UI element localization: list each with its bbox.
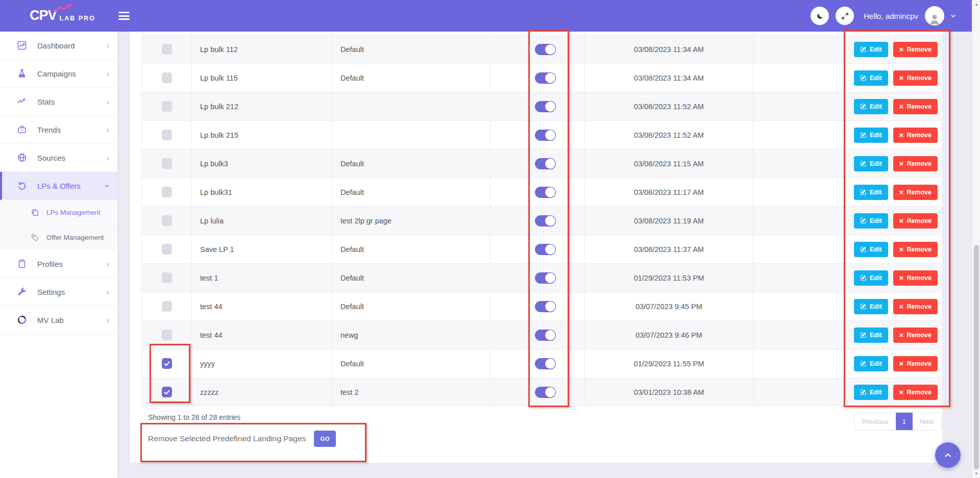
remove-button[interactable]: × Remove xyxy=(893,156,938,171)
active-toggle[interactable] xyxy=(535,101,556,112)
row-checkbox[interactable] xyxy=(162,301,172,312)
remove-button[interactable]: × Remove xyxy=(893,42,938,57)
pagination-next[interactable]: Next xyxy=(913,413,941,430)
remove-x-icon: × xyxy=(899,388,904,396)
active-toggle[interactable] xyxy=(535,301,556,312)
lp-created-date: 01/29/2023 11:53 PM xyxy=(585,264,753,292)
remove-button[interactable]: × Remove xyxy=(893,356,938,371)
sidebar-item-trends[interactable]: Trends › xyxy=(0,116,117,144)
active-toggle[interactable] xyxy=(535,72,556,84)
remove-button[interactable]: × Remove xyxy=(893,299,938,314)
lp-created-date: 03/08/2023 11:37 AM xyxy=(585,235,753,263)
pagination-page-1[interactable]: 1 xyxy=(896,413,913,430)
edit-button[interactable]: Edit xyxy=(854,213,888,229)
row-checkbox[interactable] xyxy=(162,358,172,369)
row-checkbox[interactable] xyxy=(162,44,172,55)
active-toggle[interactable] xyxy=(535,158,556,169)
active-toggle[interactable] xyxy=(535,130,556,141)
user-menu-chevron-icon[interactable] xyxy=(950,13,957,19)
sidebar-item-dashboard[interactable]: Dashboard › xyxy=(0,32,117,60)
scroll-to-top-button[interactable] xyxy=(935,442,961,468)
sidebar-item-stats[interactable]: Stats › xyxy=(0,88,117,116)
edit-button[interactable]: Edit xyxy=(854,99,888,114)
edit-button[interactable]: Edit xyxy=(854,185,888,200)
remove-button[interactable]: × Remove xyxy=(893,242,938,257)
toggle-knob xyxy=(545,44,555,55)
table-row: Save LP 1 Default 03/08/2023 11:37 AM Ed… xyxy=(142,235,942,264)
active-toggle[interactable] xyxy=(535,215,556,227)
pagination: Previous 1 Next xyxy=(854,412,942,431)
moon-icon xyxy=(816,12,824,20)
lp-group: Default xyxy=(332,149,491,178)
remove-button[interactable]: × Remove xyxy=(893,70,938,86)
edit-button[interactable]: Edit xyxy=(854,70,888,86)
row-checkbox[interactable] xyxy=(162,387,172,397)
sidebar-toggle-button[interactable] xyxy=(118,11,131,21)
row-checkbox[interactable] xyxy=(162,187,172,197)
go-button[interactable]: GO xyxy=(314,431,336,447)
toggle-knob xyxy=(545,73,555,83)
row-checkbox[interactable] xyxy=(162,158,172,169)
row-checkbox[interactable] xyxy=(162,101,172,112)
active-toggle[interactable] xyxy=(535,330,556,341)
empty-cell xyxy=(753,149,843,178)
remove-button[interactable]: × Remove xyxy=(893,185,938,200)
row-checkbox[interactable] xyxy=(162,330,172,340)
scrollbar: ▲ ▼ xyxy=(972,0,980,478)
edit-button[interactable]: Edit xyxy=(854,385,888,400)
remove-button[interactable]: × Remove xyxy=(893,128,938,143)
row-checkbox[interactable] xyxy=(162,244,172,255)
table-row: Lp lulia test 2lp gr page 03/08/2023 11:… xyxy=(142,207,942,235)
active-toggle[interactable] xyxy=(535,387,556,398)
remove-button[interactable]: × Remove xyxy=(893,99,938,114)
row-checkbox[interactable] xyxy=(162,215,172,226)
fullscreen-button[interactable] xyxy=(836,7,854,25)
edit-button[interactable]: Edit xyxy=(854,356,888,371)
sidebar-item-profiles[interactable]: Profiles › xyxy=(0,250,117,278)
sidebar-item-lps-offers[interactable]: LPs & Offers › xyxy=(0,172,117,200)
edit-button[interactable]: Edit xyxy=(854,299,888,314)
active-toggle[interactable] xyxy=(535,187,556,198)
row-checkbox[interactable] xyxy=(162,130,172,140)
app-window: CPV LAB PRO Hello, admincpv xyxy=(0,0,980,478)
dark-mode-button[interactable] xyxy=(811,7,829,25)
edit-button[interactable]: Edit xyxy=(854,242,888,257)
table-row-partial xyxy=(142,32,942,35)
row-checkbox[interactable] xyxy=(162,72,172,83)
sidebar-item-settings[interactable]: Settings › xyxy=(0,278,117,306)
edit-button[interactable]: Edit xyxy=(854,270,888,286)
edit-button[interactable]: Edit xyxy=(854,128,888,143)
remove-button[interactable]: × Remove xyxy=(893,270,938,286)
active-toggle[interactable] xyxy=(535,358,556,369)
scrollbar-up-arrow[interactable]: ▲ xyxy=(972,2,980,7)
lp-created-date: 03/08/2023 11:52 AM xyxy=(585,121,753,149)
sidebar-item-label: Sources xyxy=(37,154,65,162)
remove-label: Remove xyxy=(906,217,932,224)
remove-x-icon: × xyxy=(899,360,904,367)
lp-created-date: 01/29/2023 11:55 PM xyxy=(585,349,753,378)
edit-button[interactable]: Edit xyxy=(854,328,888,343)
pagination-previous[interactable]: Previous xyxy=(854,413,896,430)
sidebar-item-campaigns[interactable]: Campaigns › xyxy=(0,60,117,88)
chevron-right-icon: › xyxy=(106,97,109,106)
remove-button[interactable]: × Remove xyxy=(893,385,938,400)
active-toggle[interactable] xyxy=(535,44,556,55)
remove-button[interactable]: × Remove xyxy=(893,328,938,343)
row-checkbox[interactable] xyxy=(162,272,172,283)
scrollbar-thumb[interactable] xyxy=(974,245,979,469)
scrollbar-down-arrow[interactable]: ▼ xyxy=(972,471,980,476)
avatar[interactable] xyxy=(925,6,944,26)
edit-button[interactable]: Edit xyxy=(854,42,888,57)
empty-cell xyxy=(753,64,843,92)
sidebar-item-mv-lab[interactable]: MV Lab › xyxy=(0,306,117,334)
sidebar-item-sources[interactable]: Sources › xyxy=(0,144,117,172)
active-toggle[interactable] xyxy=(535,244,556,255)
sidebar-subitem-offer-management[interactable]: Offer Management xyxy=(0,225,117,250)
remove-button[interactable]: × Remove xyxy=(893,213,938,229)
sidebar-subitem-lps-management[interactable]: LPs Management xyxy=(0,200,117,225)
brand-logo[interactable]: CPV LAB PRO xyxy=(30,5,95,26)
empty-cell xyxy=(753,92,843,120)
active-toggle[interactable] xyxy=(535,272,556,284)
brand-logo-text: CPV xyxy=(30,5,57,26)
edit-button[interactable]: Edit xyxy=(854,156,888,171)
